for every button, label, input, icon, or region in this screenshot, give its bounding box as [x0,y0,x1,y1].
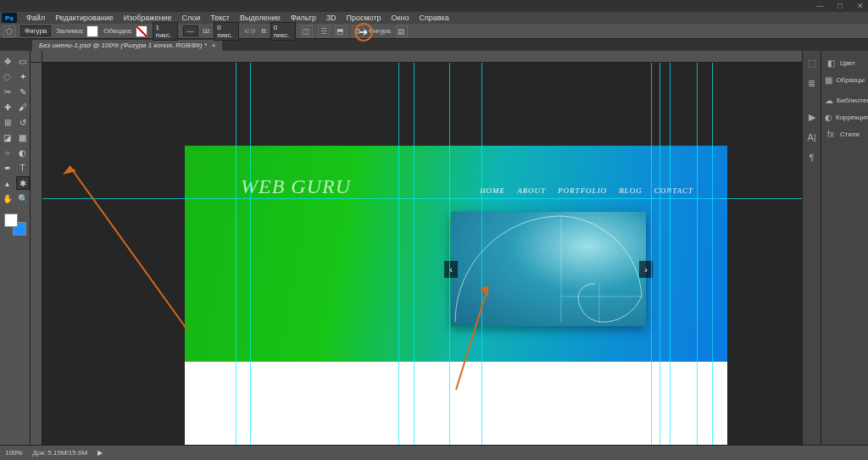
dock-layers-icon[interactable]: ≣ [805,76,819,90]
color-panel-icon: ◧ [825,57,837,69]
gear-icon[interactable]: ⚙ [352,25,364,37]
stroke-width-input[interactable]: 1 пикс. [153,22,178,41]
menu-select[interactable]: Выделение [236,14,285,22]
guide-vertical[interactable] [712,63,713,445]
document-tab[interactable]: Без имени-1.psd @ 100% (Фигура 1 копия, … [32,40,222,51]
guide-vertical[interactable] [670,63,670,445]
hand-tool[interactable]: ✋ [1,191,14,205]
toolbox: ✥ ▭ ◌ ✦ ✂ ✎ ✚ 🖌 ⊞ ↺ ◪ ▦ ○ ◐ ✒ T ▴ ✱ ✋ 🔍 [0,51,31,445]
panel-adjustments-label: Коррекция [836,114,868,121]
gradient-tool[interactable]: ▦ [16,130,30,144]
panel-swatches-label: Образцы [836,76,865,84]
path-select-tool[interactable]: ▴ [1,176,14,190]
menu-image[interactable]: Изображение [120,14,176,22]
link-wh-icon[interactable]: ⊂⊃ [244,27,256,35]
height-input[interactable]: 0 пикс. [270,22,296,41]
wand-tool[interactable]: ✦ [16,69,30,83]
guide-vertical[interactable] [697,63,698,445]
spiral-shape-icon [451,212,646,326]
guide-vertical[interactable] [236,63,236,445]
menu-window[interactable]: Окно [387,14,414,22]
panel-libraries-label: Библиотеки [837,97,868,104]
panel-swatches[interactable]: ▦Образцы [821,71,868,88]
swatches-panel-icon: ▦ [825,74,832,86]
svg-marker-4 [63,166,76,175]
stroke-style-select[interactable]: — [183,25,198,36]
dock-actions-icon[interactable]: ▶ [805,110,819,124]
guide-vertical[interactable] [449,63,450,445]
menu-help[interactable]: Справка [415,14,453,22]
doc-size[interactable]: Док: 5.15M/15.6M [32,449,87,457]
arrange-icon[interactable]: ⬒ [335,25,347,37]
stroke-swatch[interactable] [136,25,147,37]
brush-tool[interactable]: 🖌 [16,100,30,114]
history-brush-tool[interactable]: ↺ [16,115,30,129]
panel-styles[interactable]: fxСтили [821,125,868,142]
menu-edit[interactable]: Редактирование [51,14,118,22]
menubar: Ps Файл Редактирование Изображение Слои … [0,12,868,24]
panel-adjustments[interactable]: ◐Коррекция [821,108,868,125]
custom-shape-tool[interactable]: ✱ [16,176,30,190]
eraser-tool[interactable]: ◪ [1,130,14,144]
guide-vertical[interactable] [481,63,482,445]
guide-vertical[interactable] [651,63,652,445]
menu-filter[interactable]: Фильтр [287,14,320,22]
ruler-horizontal[interactable] [42,51,802,63]
zoom-level[interactable]: 100% [5,449,22,457]
align-icon[interactable]: ☰ [318,25,330,37]
dock-paragraph-icon[interactable]: ¶ [805,151,819,164]
slider-prev-button: ‹ [444,261,458,278]
heal-tool[interactable]: ✚ [1,100,14,114]
guide-vertical[interactable] [414,63,415,445]
blur-tool[interactable]: ○ [1,146,14,159]
guide-vertical[interactable] [659,63,660,445]
eyedropper-tool[interactable]: ✎ [16,85,30,98]
color-swatches[interactable] [4,213,26,236]
guide-horizontal[interactable] [42,198,802,199]
design-canvas: WEB GURU HOME ABOUT PORTFOLIO BLOG CONTA… [185,146,727,445]
nav-about: ABOUT [517,186,546,195]
styles-panel-icon: fx [825,128,837,140]
hero-section: WEB GURU HOME ABOUT PORTFOLIO BLOG CONTA… [185,146,727,362]
guide-vertical[interactable] [398,63,399,445]
menu-text[interactable]: Текст [206,14,234,22]
h-label: В: [261,27,268,35]
tool-preset-icon[interactable]: ⬠ [3,25,15,37]
window-restore-button[interactable]: □ [836,2,844,10]
menu-view[interactable]: Просмотр [342,14,385,22]
document-tab-close-icon[interactable]: × [212,42,216,49]
window-close-button[interactable]: ✕ [856,2,865,10]
width-input[interactable]: 0 пикс. [214,22,239,41]
guide-vertical[interactable] [250,63,251,445]
ruler-vertical[interactable] [31,63,42,445]
align-edges-icon[interactable]: ▤ [396,25,408,37]
status-arrow-icon[interactable]: ▶ [97,449,103,457]
menu-layers[interactable]: Слои [177,14,204,22]
pen-tool[interactable]: ✒ [1,161,14,175]
zoom-tool[interactable]: 🔍 [16,191,30,205]
marquee-tool[interactable]: ▭ [16,54,30,68]
type-tool[interactable]: T [16,161,30,175]
dock-character-icon[interactable]: A| [805,130,819,144]
canvas-viewport[interactable]: WEB GURU HOME ABOUT PORTFOLIO BLOG CONTA… [42,63,802,445]
panel-color[interactable]: ◧Цвет [821,54,868,71]
window-min-button[interactable]: — [815,2,824,10]
adjustments-panel-icon: ◐ [825,111,832,123]
stamp-tool[interactable]: ⊞ [1,115,14,129]
menu-3d[interactable]: 3D [322,14,341,22]
svg-line-3 [70,166,186,329]
lasso-tool[interactable]: ◌ [1,69,14,83]
nav: HOME ABOUT PORTFOLIO BLOG CONTACT [480,186,693,195]
shape-mode-select[interactable]: Фигура [20,25,51,36]
panel-libraries[interactable]: ☁Библиотеки [821,91,868,108]
path-ops-icon[interactable]: ◫ [301,25,313,37]
dodge-tool[interactable]: ◐ [16,146,30,159]
logo-text: WEB GURU [241,175,351,198]
fill-swatch[interactable] [86,25,98,37]
dock-history-icon[interactable]: ⬚ [805,56,819,69]
menu-file[interactable]: Файл [22,14,49,22]
fg-color-swatch[interactable] [4,213,18,227]
crop-tool[interactable]: ✂ [1,85,14,98]
move-tool[interactable]: ✥ [1,54,14,68]
nav-blog: BLOG [619,186,643,195]
